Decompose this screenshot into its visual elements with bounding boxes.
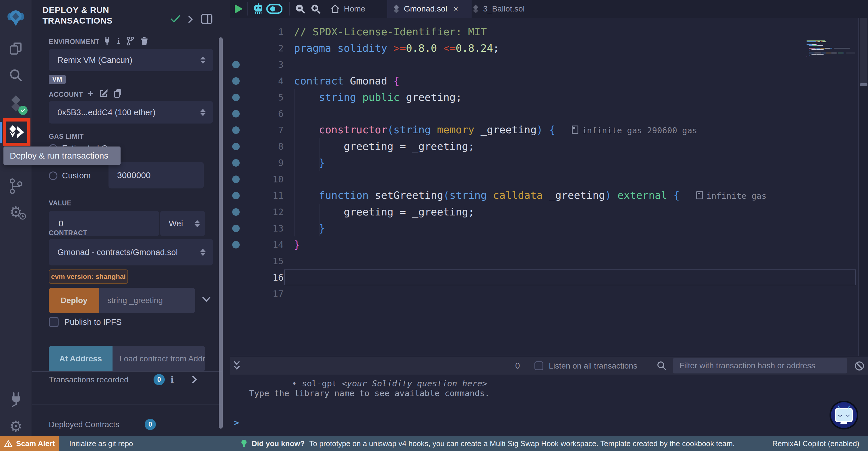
account-select[interactable]: 0x5B3...eddC4 (100 ether) bbox=[49, 101, 213, 123]
did-you-know-text: To prototype on a uniswap v4 hooks, you … bbox=[309, 439, 735, 448]
code-line[interactable]: 8 greeting = _greeting; bbox=[229, 138, 868, 154]
close-tab-icon[interactable]: × bbox=[454, 4, 458, 13]
code-line[interactable]: 1// SPDX-License-Identifier: MIT bbox=[229, 24, 868, 40]
settings-icon[interactable]: ⚙ bbox=[0, 419, 32, 434]
solidity-compiler-icon[interactable] bbox=[0, 95, 32, 113]
deploy-run-tooltip: Deploy & run transactions bbox=[3, 146, 121, 165]
code-editor[interactable]: 1// SPDX-License-Identifier: MIT2pragma … bbox=[229, 18, 868, 356]
tab-home[interactable]: Home bbox=[324, 0, 392, 18]
breakpoint-dot[interactable] bbox=[232, 61, 240, 68]
line-number: 1 bbox=[242, 26, 284, 37]
breakpoint-dot[interactable] bbox=[232, 192, 240, 199]
solidity-file-icon bbox=[393, 4, 400, 13]
copilot-toggle-icon[interactable] bbox=[267, 4, 282, 14]
file-explorer-icon[interactable] bbox=[0, 41, 32, 56]
select-arrows-icon bbox=[200, 249, 206, 256]
ai-copilot-robot-icon[interactable] bbox=[253, 3, 264, 15]
editor-scrollbar[interactable] bbox=[858, 18, 868, 356]
at-address-input[interactable]: Load contract from Address bbox=[113, 346, 205, 372]
custom-gas-input[interactable]: 3000000 bbox=[108, 162, 204, 189]
environment-select[interactable]: Remix VM (Cancun) bbox=[49, 49, 213, 71]
code-line[interactable]: 4contract Gmonad { bbox=[229, 73, 868, 89]
value-unit-select[interactable]: Wei bbox=[160, 211, 205, 236]
code-line[interactable]: 11 function setGreeting(string calldata … bbox=[229, 187, 868, 204]
code-line[interactable]: 7 constructor(string memory _greeting) {… bbox=[229, 122, 868, 138]
breakpoint-dot[interactable] bbox=[232, 94, 240, 101]
breakpoint-dot[interactable] bbox=[232, 110, 240, 117]
search-icon[interactable] bbox=[0, 68, 32, 83]
at-address-button[interactable]: At Address bbox=[49, 346, 113, 372]
scam-alert-badge[interactable]: Scam Alert bbox=[0, 436, 59, 451]
custom-gas-radio-row[interactable]: Custom bbox=[49, 171, 91, 180]
edit-account-icon[interactable] bbox=[99, 89, 108, 98]
publish-ipfs-checkbox[interactable] bbox=[49, 317, 59, 327]
breakpoint-dot[interactable] bbox=[232, 225, 240, 232]
minimap[interactable] bbox=[807, 40, 857, 61]
line-number: 15 bbox=[242, 256, 284, 266]
zoom-out-icon[interactable] bbox=[295, 4, 305, 14]
environment-label: ENVIRONMENT bbox=[49, 38, 100, 46]
fork-environment-icon[interactable] bbox=[126, 37, 134, 46]
run-script-icon[interactable] bbox=[234, 4, 243, 14]
line-number: 6 bbox=[242, 108, 284, 119]
code-line[interactable]: 9 } bbox=[229, 154, 868, 171]
code-line[interactable]: 6 bbox=[229, 106, 868, 122]
copy-account-icon[interactable] bbox=[114, 89, 122, 98]
contract-select[interactable]: Gmonad - contracts/Gmonad.sol bbox=[49, 239, 213, 265]
breakpoint-dot[interactable] bbox=[232, 241, 240, 249]
transactions-info-icon[interactable]: i bbox=[170, 374, 174, 385]
remixai-assistant-button[interactable] bbox=[830, 401, 858, 429]
tab-ballot-sol[interactable]: 3_Ballot.sol bbox=[466, 0, 534, 18]
code-line[interactable]: 16 bbox=[229, 269, 868, 285]
line-number: 16 bbox=[242, 272, 284, 283]
code-line[interactable]: 2pragma solidity >=0.8.0 <=0.8.24; bbox=[229, 40, 868, 56]
custom-gas-radio[interactable] bbox=[49, 171, 57, 180]
deploy-run-highlight-box[interactable] bbox=[3, 118, 30, 146]
breakpoint-dot[interactable] bbox=[232, 159, 240, 167]
icon-rail: ⚙ ⚙ bbox=[0, 0, 32, 436]
line-number: 11 bbox=[242, 190, 284, 201]
code-line[interactable]: 15 bbox=[229, 253, 868, 269]
tab-gmonad-sol[interactable]: Gmonad.sol × bbox=[386, 0, 472, 18]
plug-icon[interactable] bbox=[103, 37, 111, 46]
remix-logo-icon[interactable] bbox=[0, 8, 32, 26]
zoom-in-icon[interactable] bbox=[311, 4, 321, 14]
environment-info-icon[interactable]: i bbox=[117, 37, 120, 46]
code-line[interactable]: 14} bbox=[229, 236, 868, 253]
breakpoint-dot[interactable] bbox=[232, 77, 240, 85]
panel-scrollbar[interactable] bbox=[219, 37, 223, 429]
code-line[interactable]: 10 bbox=[229, 171, 868, 187]
git-icon[interactable] bbox=[0, 178, 32, 194]
pin-panel-icon[interactable] bbox=[200, 13, 213, 25]
deploy-button[interactable]: Deploy bbox=[49, 288, 99, 313]
transactions-expand-icon[interactable] bbox=[192, 375, 197, 384]
deploy-param-input[interactable]: string _greeting bbox=[99, 288, 195, 313]
copilot-status[interactable]: RemixAI Copilot (enabled) bbox=[772, 439, 859, 448]
warning-icon bbox=[4, 440, 12, 448]
code-line[interactable]: 3 bbox=[229, 56, 868, 73]
add-account-icon[interactable]: + bbox=[87, 88, 94, 98]
git-init-item[interactable]: Initialize as git repo bbox=[69, 439, 133, 448]
code-line[interactable]: 5 string public greeting; bbox=[229, 89, 868, 106]
line-number: 9 bbox=[242, 158, 284, 168]
status-bar: Scam Alert Initialize as git repo Did yo… bbox=[0, 436, 868, 451]
deploy-expand-chevron-icon[interactable] bbox=[202, 297, 211, 302]
contract-label: CONTRACT bbox=[49, 229, 87, 237]
delete-environment-icon[interactable] bbox=[141, 37, 148, 46]
breakpoint-dot[interactable] bbox=[232, 126, 240, 134]
breakpoint-dot[interactable] bbox=[232, 143, 240, 150]
code-line[interactable]: 17 bbox=[229, 285, 868, 302]
code-line[interactable]: 13 } bbox=[229, 220, 868, 236]
breakpoint-dot[interactable] bbox=[232, 175, 240, 183]
breakpoint-dot[interactable] bbox=[232, 208, 240, 216]
collapse-terminal-icon[interactable] bbox=[233, 360, 241, 371]
listen-all-transactions-checkbox[interactable] bbox=[534, 361, 544, 370]
panel-expand-chevron-icon[interactable] bbox=[188, 15, 193, 24]
transaction-filter-input[interactable]: Filter with transaction hash or address bbox=[673, 358, 847, 373]
plugin-manager-icon[interactable]: ⚙ bbox=[0, 204, 32, 220]
clear-console-icon[interactable] bbox=[854, 361, 865, 371]
code-line[interactable]: 12 greeting = _greeting; bbox=[229, 204, 868, 220]
publish-ipfs-row[interactable]: Publish to IPFS bbox=[49, 317, 122, 327]
plugin-connect-icon[interactable] bbox=[0, 391, 32, 407]
terminal-search-icon[interactable] bbox=[657, 361, 666, 371]
